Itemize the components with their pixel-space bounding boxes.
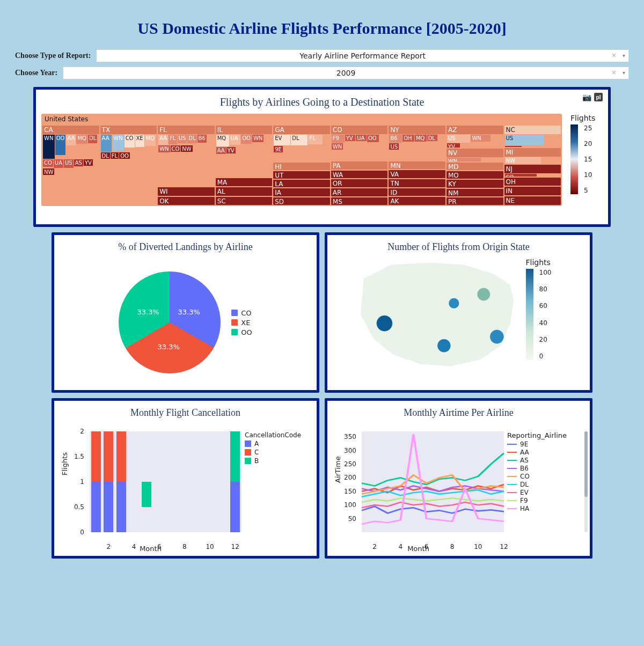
treemap-carrier[interactable]: YV xyxy=(345,135,356,141)
treemap-carrier[interactable]: YV xyxy=(447,143,460,148)
treemap-carrier[interactable]: 9E xyxy=(274,146,283,152)
treemap-carrier[interactable]: WN xyxy=(112,135,123,151)
treemap-carrier[interactable]: MQ xyxy=(216,135,229,146)
treemap-carrier[interactable]: MQ xyxy=(415,135,427,142)
us-map[interactable] xyxy=(354,258,521,371)
legend-item[interactable]: HA xyxy=(507,505,580,512)
clear-icon[interactable]: × xyxy=(611,69,617,76)
treemap-state[interactable]: OHMI xyxy=(504,178,561,186)
treemap-carrier[interactable]: YV xyxy=(226,147,236,153)
treemap-carrier[interactable]: B6 xyxy=(389,135,402,143)
treemap-carrier[interactable]: B6 xyxy=(197,135,207,143)
treemap-carrier[interactable]: UA xyxy=(356,135,367,141)
treemap-state[interactable]: ARMQ xyxy=(331,188,388,196)
treemap-state[interactable]: MDWN xyxy=(447,163,503,170)
treemap-state[interactable]: NYB6OHMQDLUS xyxy=(389,126,445,160)
treemap-carrier[interactable]: F9 xyxy=(332,135,345,143)
treemap-state[interactable]: IDOO xyxy=(389,188,445,196)
treemap-state[interactable]: PAUS xyxy=(331,162,388,170)
legend-item[interactable]: B xyxy=(245,457,309,465)
treemap-state[interactable]: NCUS9E xyxy=(504,126,561,147)
report-type-select[interactable]: Yearly Airline Performance Report × ▾ xyxy=(96,49,629,62)
treemap-carrier[interactable]: WN xyxy=(447,158,481,162)
treemap-state[interactable]: NEOO xyxy=(504,196,561,205)
plotly-logo-icon[interactable]: pl xyxy=(594,93,603,101)
treemap-carrier[interactable]: FL xyxy=(169,135,177,144)
treemap-carrier[interactable]: US xyxy=(505,135,544,145)
treemap-state[interactable]: ALDL xyxy=(216,187,273,195)
legend-item[interactable]: CO xyxy=(507,473,580,480)
line-series[interactable] xyxy=(362,502,504,508)
treemap-state[interactable]: LAWN xyxy=(273,180,330,187)
treemap-carrier[interactable]: OO xyxy=(367,135,379,142)
legend-item[interactable]: F9 xyxy=(507,497,580,504)
treemap-state[interactable]: MSEV xyxy=(331,197,388,205)
treemap-state[interactable]: NJCOXE xyxy=(504,165,561,176)
treemap-carrier[interactable]: DL xyxy=(427,135,438,141)
legend-item[interactable]: AS xyxy=(507,457,580,464)
treemap-carrier[interactable]: NW xyxy=(181,145,192,152)
treemap-state[interactable]: FLAAFLUSDLB6WNCONW xyxy=(158,126,215,186)
bar-column[interactable] xyxy=(91,431,101,532)
treemap-carrier[interactable]: NW xyxy=(505,157,541,164)
treemap-carrier[interactable]: OO xyxy=(119,152,130,159)
treemap-state[interactable]: MINW9E xyxy=(504,148,561,164)
legend-item[interactable]: C xyxy=(245,449,309,456)
year-select[interactable]: 2009 × ▾ xyxy=(63,67,629,79)
bar-column[interactable] xyxy=(142,482,151,532)
treemap-carrier[interactable]: UA xyxy=(54,159,63,168)
legend-item[interactable]: EV xyxy=(507,489,580,496)
treemap-carrier[interactable]: MQ xyxy=(145,135,156,146)
treemap-state[interactable]: COF9YVUAOOWN xyxy=(331,126,388,160)
pie-chart[interactable]: 33.3%33.3%33.3% xyxy=(119,271,221,373)
treemap-carrier[interactable]: AA xyxy=(101,135,112,152)
bar-column[interactable] xyxy=(116,431,126,532)
legend-item[interactable]: AA xyxy=(507,449,580,456)
treemap-carrier[interactable]: WN xyxy=(471,135,490,142)
treemap-carrier[interactable]: US xyxy=(178,135,187,143)
treemap-carrier[interactable]: OO xyxy=(241,135,252,144)
treemap-carrier[interactable]: WN xyxy=(158,145,170,152)
treemap-state[interactable]: TNWN xyxy=(389,179,445,187)
treemap-carrier[interactable]: DL xyxy=(101,152,110,159)
treemap-chart[interactable]: United States CAWNOOAAMQDLCOUAUSASYVNWTX… xyxy=(41,114,562,206)
legend-item[interactable]: XE xyxy=(231,319,252,327)
chevron-down-icon[interactable]: ▾ xyxy=(623,70,625,76)
treemap-state[interactable]: NVWNUA xyxy=(447,149,503,162)
legend-item[interactable]: DL xyxy=(507,481,580,488)
treemap-state[interactable]: CAWNOOAAMQDLCOUAUSASYVNW xyxy=(42,126,99,205)
treemap-state[interactable]: SDOO xyxy=(273,197,330,205)
treemap-carrier[interactable]: CO xyxy=(171,145,181,152)
treemap-carrier[interactable]: FL xyxy=(111,152,119,159)
treemap-carrier[interactable]: OH xyxy=(402,135,414,142)
treemap-state[interactable]: HIHA xyxy=(273,163,330,170)
treemap-carrier[interactable]: NW xyxy=(43,168,54,175)
treemap-carrier[interactable]: US xyxy=(389,143,399,150)
treemap-state[interactable]: VAUA xyxy=(389,170,445,178)
legend-item[interactable]: CO xyxy=(231,309,252,317)
clear-icon[interactable]: × xyxy=(611,52,617,59)
treemap-state[interactable]: ILMQUAOOWNAAYV xyxy=(216,126,273,177)
treemap-state[interactable]: KYOH xyxy=(447,180,503,187)
treemap-carrier[interactable]: DL xyxy=(88,135,97,143)
treemap-carrier[interactable]: US xyxy=(64,159,74,168)
treemap-carrier[interactable]: AS xyxy=(74,159,83,166)
treemap-carrier[interactable]: MQ xyxy=(76,135,87,144)
treemap-carrier[interactable]: AA xyxy=(216,147,226,154)
treemap-carrier[interactable]: CO xyxy=(125,135,135,148)
chevron-down-icon[interactable]: ▾ xyxy=(623,53,625,58)
treemap-state[interactable]: INWN xyxy=(504,187,561,195)
legend-item[interactable]: 9E xyxy=(507,441,580,448)
treemap-state[interactable]: MNNW xyxy=(389,162,445,170)
treemap-state[interactable]: TXAAWNCOXEMQDLFLOO xyxy=(100,126,157,205)
treemap-carrier[interactable]: DL xyxy=(187,135,196,143)
line-series[interactable] xyxy=(362,498,504,502)
treemap-state[interactable]: NMWN xyxy=(447,189,503,196)
treemap-carrier[interactable]: WN xyxy=(252,135,264,142)
bar-column[interactable] xyxy=(104,431,113,532)
treemap-carrier[interactable]: FL xyxy=(308,135,323,144)
treemap-carrier[interactable]: CO xyxy=(505,174,537,176)
treemap-carrier[interactable]: US xyxy=(447,135,470,143)
treemap-carrier[interactable]: 9E xyxy=(505,146,522,147)
treemap-state[interactable]: WIFL xyxy=(158,187,215,195)
